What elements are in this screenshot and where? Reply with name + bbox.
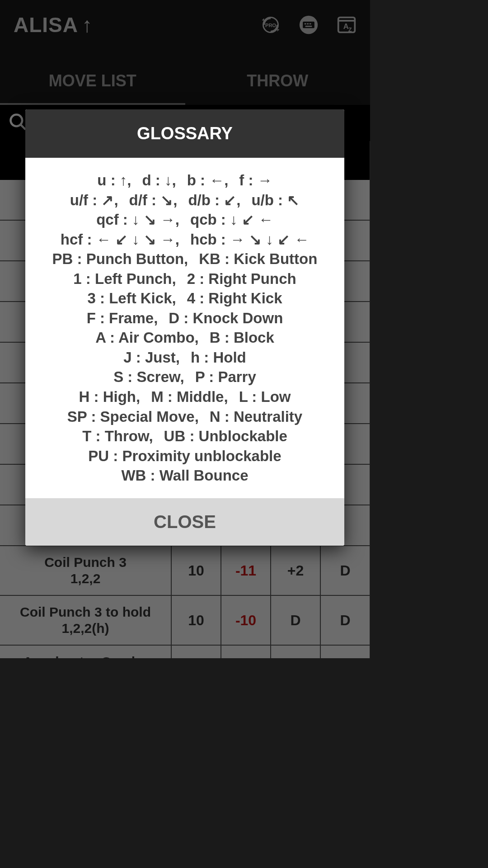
glossary-term: SP : Special Move, bbox=[67, 408, 199, 425]
glossary-term: 3 : Left Kick, bbox=[87, 290, 176, 307]
glossary-line: WB : Wall Bounce bbox=[37, 466, 333, 486]
glossary-term: N : Neutrality bbox=[210, 408, 302, 425]
glossary-term: UB : Unblockable bbox=[164, 428, 287, 444]
glossary-term: J : Just, bbox=[123, 349, 180, 366]
glossary-line: S : Screw,P : Parry bbox=[37, 367, 333, 387]
glossary-term: qcf : ↓ ↘ →, bbox=[96, 211, 179, 228]
glossary-term: T : Throw, bbox=[82, 428, 153, 444]
glossary-term: f : → bbox=[239, 172, 272, 189]
glossary-term: hcb : → ↘ ↓ ↙ ← bbox=[190, 231, 309, 248]
glossary-term: d : ↓, bbox=[142, 172, 176, 189]
glossary-term: d/b : ↙, bbox=[188, 192, 240, 208]
glossary-term: h : Hold bbox=[191, 349, 246, 366]
glossary-term: hcf : ← ↙ ↓ ↘ →, bbox=[61, 231, 179, 248]
glossary-term: B : Block bbox=[210, 329, 274, 346]
glossary-line: hcf : ← ↙ ↓ ↘ →,hcb : → ↘ ↓ ↙ ← bbox=[37, 230, 333, 250]
glossary-body: u : ↑,d : ↓,b : ←,f : →u/f : ↗,d/f : ↘,d… bbox=[25, 158, 344, 498]
glossary-term: M : Middle, bbox=[151, 388, 228, 405]
close-button[interactable]: CLOSE bbox=[25, 498, 344, 546]
glossary-term: H : High, bbox=[79, 388, 140, 405]
glossary-line: PB : Punch Button,KB : Kick Button bbox=[37, 249, 333, 269]
glossary-term: d/f : ↘, bbox=[129, 192, 178, 208]
glossary-term: P : Parry bbox=[195, 368, 256, 385]
glossary-line: H : High,M : Middle,L : Low bbox=[37, 387, 333, 407]
glossary-term: D : Knock Down bbox=[169, 310, 283, 326]
dialog-title: GLOSSARY bbox=[25, 109, 344, 158]
glossary-line: qcf : ↓ ↘ →,qcb : ↓ ↙ ← bbox=[37, 210, 333, 230]
glossary-term: KB : Kick Button bbox=[199, 250, 317, 267]
glossary-term: PU : Proximity unblockable bbox=[88, 448, 281, 464]
glossary-term: u/f : ↗, bbox=[70, 192, 118, 208]
glossary-line: T : Throw,UB : Unblockable bbox=[37, 426, 333, 446]
glossary-term: 2 : Right Punch bbox=[187, 270, 296, 287]
glossary-term: u : ↑, bbox=[97, 172, 131, 189]
glossary-term: 1 : Left Punch, bbox=[73, 270, 176, 287]
glossary-line: 1 : Left Punch,2 : Right Punch bbox=[37, 269, 333, 289]
glossary-line: u : ↑,d : ↓,b : ←,f : → bbox=[37, 170, 333, 190]
glossary-dialog: GLOSSARY u : ↑,d : ↓,b : ←,f : →u/f : ↗,… bbox=[25, 109, 344, 546]
glossary-term: L : Low bbox=[239, 388, 291, 405]
glossary-term: S : Screw, bbox=[113, 368, 184, 385]
glossary-line: u/f : ↗,d/f : ↘,d/b : ↙,u/b : ↖ bbox=[37, 190, 333, 210]
glossary-term: qcb : ↓ ↙ ← bbox=[190, 211, 273, 228]
glossary-term: u/b : ↖ bbox=[251, 192, 300, 208]
glossary-line: 3 : Left Kick,4 : Right Kick bbox=[37, 288, 333, 308]
glossary-line: SP : Special Move,N : Neutrality bbox=[37, 407, 333, 427]
glossary-term: 4 : Right Kick bbox=[187, 290, 282, 307]
glossary-term: F : Frame, bbox=[87, 310, 158, 326]
glossary-line: J : Just,h : Hold bbox=[37, 348, 333, 368]
glossary-term: b : ←, bbox=[187, 172, 229, 189]
glossary-term: A : Air Combo, bbox=[95, 329, 199, 346]
glossary-line: PU : Proximity unblockable bbox=[37, 446, 333, 466]
glossary-line: A : Air Combo,B : Block bbox=[37, 328, 333, 348]
glossary-term: WB : Wall Bounce bbox=[121, 467, 248, 484]
glossary-line: F : Frame,D : Knock Down bbox=[37, 308, 333, 328]
glossary-term: PB : Punch Button, bbox=[52, 250, 188, 267]
